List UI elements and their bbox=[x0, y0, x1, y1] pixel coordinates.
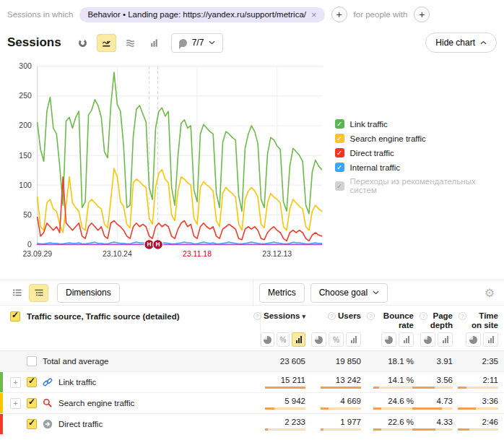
legend-checkbox[interactable]: ✓ bbox=[335, 134, 344, 143]
tree-view-button[interactable] bbox=[29, 284, 48, 302]
metric-value: 5 942 bbox=[284, 397, 305, 405]
metric-value-cell: 15 211 bbox=[260, 372, 311, 392]
bars-toggle-icon[interactable] bbox=[438, 332, 453, 347]
legend-item[interactable]: ✓Переходы из рекомендательных систем bbox=[335, 177, 504, 194]
add-session-filter-button[interactable]: + bbox=[331, 7, 347, 22]
column-label: Users bbox=[338, 311, 361, 321]
help-icon[interactable]: ? bbox=[420, 312, 427, 320]
bars-toggle-icon[interactable] bbox=[346, 332, 361, 347]
legend-label: Переходы из рекомендательных систем bbox=[350, 177, 504, 194]
metric-value-cell: 2:35 bbox=[459, 351, 504, 371]
legend-checkbox[interactable]: ✓ bbox=[335, 148, 344, 158]
legend-checkbox[interactable]: ✓ bbox=[335, 119, 344, 129]
legend-item[interactable]: ✓Search engine traffic bbox=[335, 134, 504, 143]
percent-toggle-icon[interactable]: % bbox=[329, 332, 344, 347]
metric-value-cell: 2:11 bbox=[459, 372, 504, 392]
chart-type-columns-button[interactable] bbox=[144, 34, 164, 52]
chip-close-icon[interactable]: × bbox=[311, 10, 317, 20]
stacked-area-icon bbox=[126, 38, 135, 48]
segments-dropdown[interactable]: 7/7 bbox=[171, 33, 224, 53]
column-header-page-depth[interactable]: ?Page depth bbox=[420, 311, 459, 332]
metrics-label: Metrics bbox=[268, 288, 296, 298]
value-proportion-bar bbox=[458, 428, 498, 431]
hide-chart-button[interactable]: Hide chart bbox=[425, 33, 497, 53]
row-checkbox[interactable] bbox=[27, 356, 37, 366]
select-all-checkbox[interactable] bbox=[10, 311, 20, 322]
metric-value-cell: 18.1 % bbox=[367, 351, 420, 371]
chart-type-pie-button[interactable] bbox=[73, 34, 92, 52]
metric-value: 1 977 bbox=[340, 418, 361, 426]
percent-toggle-icon[interactable]: % bbox=[277, 332, 290, 347]
legend-checkbox[interactable]: ✓ bbox=[335, 163, 344, 172]
column-header-time-on-site[interactable]: ?Time on site bbox=[459, 311, 504, 332]
dimension-header-cell: Traffic source, Traffic source (detailed… bbox=[0, 311, 260, 322]
row-color-strip bbox=[0, 414, 3, 434]
row-label[interactable]: Direct traffic bbox=[58, 420, 103, 428]
row-checkbox[interactable] bbox=[27, 419, 37, 429]
value-proportion-bar bbox=[321, 428, 361, 431]
value-proportion-bar bbox=[412, 387, 453, 389]
table-controls-left: Dimensions bbox=[0, 280, 253, 305]
legend-checkbox[interactable]: ✓ bbox=[335, 181, 344, 191]
table-controls-right: Metrics Choose goal ⚙ bbox=[253, 280, 504, 305]
value-proportion-bar bbox=[265, 428, 305, 431]
metric-toggles-bounce-rate bbox=[367, 332, 420, 347]
pie-toggle-icon[interactable] bbox=[311, 332, 326, 347]
metric-value: 13 242 bbox=[336, 376, 361, 384]
row-checkbox[interactable] bbox=[27, 377, 37, 387]
metric-value: 18.1 % bbox=[388, 357, 414, 366]
table-row: Direct traffic2 2331 97722.6 %4.332:46 bbox=[0, 413, 504, 434]
expand-row-button[interactable]: + bbox=[10, 398, 21, 409]
pie-toggle-icon[interactable] bbox=[381, 332, 396, 347]
help-icon[interactable]: ? bbox=[253, 312, 261, 320]
column-label: Page depth bbox=[430, 311, 453, 330]
row-label[interactable]: Search engine traffic bbox=[58, 399, 134, 407]
help-icon[interactable]: ? bbox=[328, 312, 336, 320]
metric-value: 3.56 bbox=[437, 376, 453, 384]
metric-value-cell: 24.6 % bbox=[367, 393, 420, 413]
metric-value-cell: 3.91 bbox=[420, 351, 459, 371]
chart-type-line-button[interactable] bbox=[97, 34, 116, 52]
legend-item[interactable]: ✓Direct traffic bbox=[335, 148, 504, 158]
pie-toggle-icon[interactable] bbox=[466, 332, 481, 347]
table-header-row: Traffic source, Traffic source (detailed… bbox=[0, 306, 504, 332]
bars-toggle-icon[interactable] bbox=[483, 332, 498, 347]
pie-toggle-icon[interactable] bbox=[261, 332, 274, 347]
dimensions-button[interactable]: Dimensions bbox=[57, 283, 120, 303]
row-checkbox[interactable] bbox=[27, 398, 37, 408]
row-label: Total and average bbox=[43, 357, 108, 366]
pie-toggle-icon[interactable] bbox=[420, 332, 435, 347]
filter-chip-landing-page[interactable]: Behavior • Landing page: https://yandex.… bbox=[79, 7, 324, 22]
x-axis-label: 23.11.18 bbox=[183, 250, 212, 258]
column-header-sessions[interactable]: ?Sessions▾ bbox=[260, 311, 311, 332]
add-people-filter-button[interactable]: + bbox=[414, 7, 430, 22]
chart-type-stacked-button[interactable] bbox=[121, 34, 140, 52]
table-settings-gear-icon[interactable]: ⚙ bbox=[480, 285, 504, 301]
segments-count: 7/7 bbox=[192, 38, 204, 48]
legend-item[interactable]: ✓Link traffic bbox=[335, 119, 504, 129]
page-title: Sessions bbox=[7, 35, 61, 50]
metric-value-cell: 4 669 bbox=[311, 393, 367, 413]
column-header-bounce-rate[interactable]: ?Bounce rate bbox=[367, 311, 420, 332]
legend-item[interactable]: ✓Internal traffic bbox=[335, 163, 504, 172]
metric-toggles-sessions: % bbox=[260, 332, 311, 347]
column-header-users[interactable]: ?Users bbox=[311, 311, 367, 332]
x-axis-label: 23.09.29 bbox=[22, 250, 52, 258]
note-marker-label: H bbox=[156, 241, 160, 248]
metric-toggle-row: %% bbox=[0, 332, 504, 350]
chart-area: 05010015020025030023.09.2923.10.2423.11.… bbox=[0, 53, 504, 269]
view-toggle-group bbox=[7, 284, 48, 302]
metrics-button[interactable]: Metrics bbox=[259, 283, 305, 303]
value-proportion-bar bbox=[321, 407, 361, 410]
help-icon[interactable]: ? bbox=[367, 312, 375, 320]
choose-goal-dropdown[interactable]: Choose goal bbox=[310, 283, 388, 303]
table-row: +Link traffic15 21113 24214.1 %3.562:11 bbox=[0, 371, 504, 392]
row-label[interactable]: Link traffic bbox=[58, 378, 96, 387]
bars-toggle-icon[interactable] bbox=[399, 332, 414, 347]
bars-toggle-icon[interactable] bbox=[292, 332, 305, 347]
expand-row-button[interactable]: + bbox=[10, 377, 21, 388]
help-icon[interactable]: ? bbox=[459, 312, 466, 320]
list-view-button[interactable] bbox=[7, 284, 27, 302]
y-axis-label: 100 bbox=[19, 181, 32, 189]
note-marker-label: H bbox=[147, 241, 152, 248]
